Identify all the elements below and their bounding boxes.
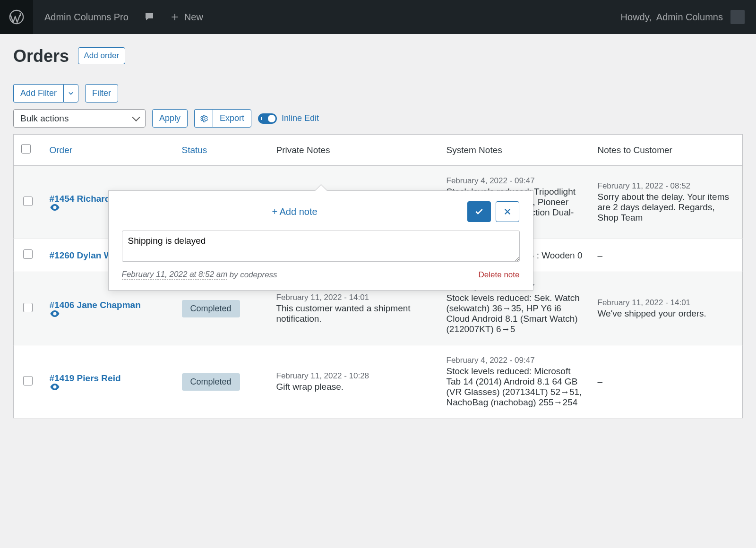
preview-icon[interactable] [50, 384, 167, 390]
order-link[interactable]: #1406 Jane Chapman [50, 300, 141, 310]
export-button[interactable]: Export [213, 109, 251, 128]
preview-icon[interactable] [50, 310, 167, 317]
new-label: New [184, 12, 203, 23]
order-link[interactable]: #1419 Piers Reid [50, 373, 121, 383]
note-text: This customer wanted a shipment notifica… [276, 303, 431, 324]
gear-icon [199, 114, 208, 123]
column-private-notes: Private Notes [269, 135, 439, 166]
confirm-button[interactable] [467, 201, 491, 222]
note-meta-date: February 11, 2022 at 8:52 am [122, 270, 228, 280]
note-text: Sorry about the delay. Your items are 2 … [598, 192, 735, 223]
status-badge: Completed [182, 300, 240, 317]
row-checkbox[interactable] [23, 197, 33, 206]
row-checkbox[interactable] [23, 303, 33, 312]
delete-note-link[interactable]: Delete note [479, 270, 520, 280]
note-text: Stock levels reduced: Sek. Watch (sekwat… [447, 293, 583, 334]
column-customer-notes: Notes to Customer [590, 135, 743, 166]
order-link[interactable]: #1260 Dylan W [50, 250, 112, 260]
add-order-button[interactable]: Add order [78, 47, 126, 64]
table-row: #1419 Piers Reid Completed February 11, … [14, 345, 743, 419]
add-note-link[interactable]: + Add note [272, 206, 317, 217]
note-date: February 4, 2022 - 09:47 [447, 356, 583, 365]
new-content-link[interactable]: New [170, 12, 203, 23]
status-badge: Completed [182, 373, 240, 391]
toggle-switch-icon [258, 113, 277, 124]
avatar[interactable] [730, 10, 745, 24]
orders-table: Order Status Private Notes System Notes … [13, 134, 743, 419]
note-textarea[interactable] [122, 231, 520, 262]
page-title: Orders [13, 46, 69, 66]
inline-edit-toggle[interactable]: Inline Edit [258, 113, 319, 124]
column-system-notes: System Notes [439, 135, 590, 166]
edit-note-popover: + Add note February 11, 2022 at 8 [108, 190, 533, 291]
export-settings-button[interactable] [194, 109, 213, 128]
note-text: Gift wrap please. [276, 382, 431, 392]
note-date: February 11, 2022 - 08:52 [598, 181, 735, 191]
comments-link[interactable] [144, 11, 155, 23]
bulk-actions-select[interactable]: Bulk actions [13, 109, 146, 128]
plus-icon [170, 12, 180, 22]
column-order[interactable]: Order [42, 135, 174, 166]
site-title: Admin Columns Pro [44, 12, 129, 23]
apply-button[interactable]: Apply [152, 109, 188, 128]
howdy-text: Howdy, Admin Columns [621, 12, 723, 23]
chevron-down-icon [69, 91, 73, 96]
add-filter-button[interactable]: Add Filter [13, 84, 63, 103]
note-text: Stock levels reduced: Microsoft Tab 14 (… [447, 366, 583, 408]
filter-button[interactable]: Filter [85, 84, 118, 103]
note-text: – [598, 250, 735, 261]
add-filter-dropdown[interactable] [63, 84, 78, 103]
note-date: February 11, 2022 - 14:01 [598, 298, 735, 308]
admin-bar: Admin Columns Pro New Howdy, Admin Colum… [0, 0, 756, 34]
note-text: We've shipped your orders. [598, 308, 735, 319]
table-row: #1454 Richard Henderson Completed Februa… [14, 166, 743, 239]
note-meta-author: by codepress [229, 270, 277, 280]
select-all-checkbox[interactable] [21, 144, 31, 154]
comment-icon [144, 11, 155, 23]
note-date: February 4, 2022 - 09:47 [447, 176, 583, 186]
row-checkbox[interactable] [23, 376, 33, 385]
row-checkbox[interactable] [23, 249, 33, 259]
close-icon [503, 207, 512, 216]
check-icon [474, 207, 484, 216]
note-text: – [598, 377, 735, 387]
column-status[interactable]: Status [174, 135, 269, 166]
cancel-button[interactable] [496, 201, 519, 222]
note-date: February 11, 2022 - 10:28 [276, 371, 431, 381]
wordpress-icon [9, 9, 25, 25]
note-date: February 11, 2022 - 14:01 [276, 293, 431, 302]
wp-logo[interactable] [0, 0, 33, 34]
site-title-link[interactable]: Admin Columns Pro [44, 12, 129, 23]
inline-edit-label: Inline Edit [282, 113, 319, 123]
